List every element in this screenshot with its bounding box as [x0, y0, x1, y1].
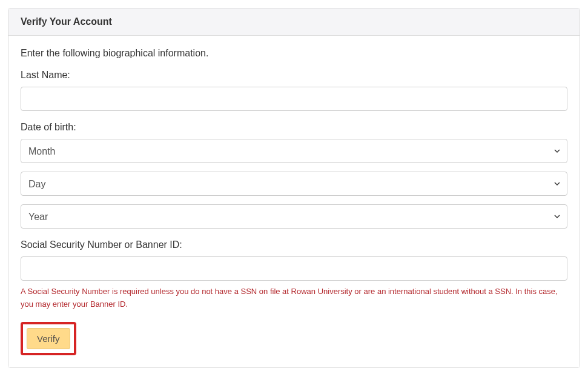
panel-title: Verify Your Account	[21, 16, 567, 27]
ssn-help-text: A Social Security Number is required unl…	[21, 286, 567, 311]
ssn-group: Social Security Number or Banner ID: A S…	[21, 239, 567, 311]
dob-group: Date of birth: Month Day Year	[21, 122, 567, 229]
dob-month-select[interactable]: Month	[21, 139, 567, 163]
instruction-text: Enter the following biographical informa…	[21, 48, 567, 59]
ssn-input[interactable]	[21, 256, 567, 281]
panel-body: Enter the following biographical informa…	[8, 36, 580, 367]
last-name-group: Last Name:	[21, 70, 567, 111]
panel-header: Verify Your Account	[8, 8, 580, 36]
verify-account-panel: Verify Your Account Enter the following …	[8, 8, 580, 368]
dob-year-select[interactable]: Year	[21, 204, 567, 229]
last-name-label: Last Name:	[21, 70, 567, 81]
dob-label: Date of birth:	[21, 122, 567, 133]
verify-button[interactable]: Verify	[27, 328, 70, 349]
verify-button-highlight: Verify	[21, 322, 76, 355]
dob-day-select[interactable]: Day	[21, 172, 567, 196]
last-name-input[interactable]	[21, 87, 567, 111]
dob-selects: Month Day Year	[21, 139, 567, 229]
ssn-label: Social Security Number or Banner ID:	[21, 239, 567, 250]
